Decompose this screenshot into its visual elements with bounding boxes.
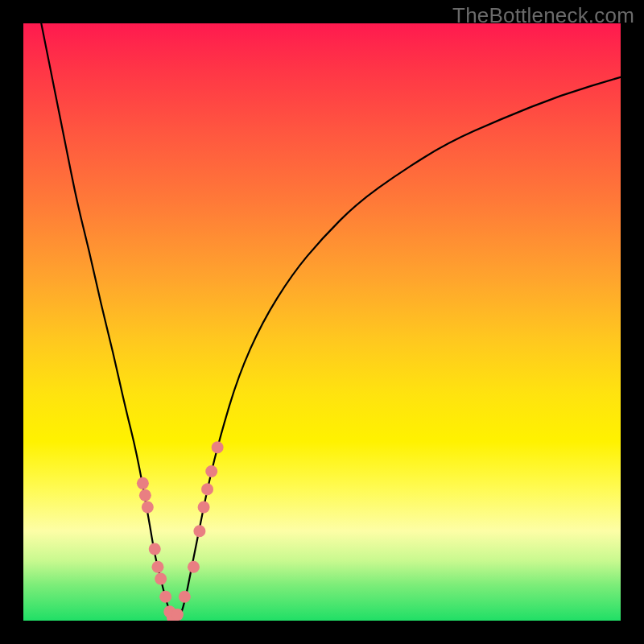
chart-overlay bbox=[23, 23, 621, 621]
marker-point bbox=[198, 502, 210, 514]
watermark-text: TheBottleneck.com bbox=[452, 3, 634, 28]
marker-point bbox=[149, 543, 161, 555]
marker-point bbox=[142, 502, 154, 514]
marker-point bbox=[205, 465, 217, 477]
marker-point bbox=[179, 591, 191, 603]
marker-point bbox=[139, 489, 151, 502]
chart-frame: TheBottleneck.com bbox=[0, 0, 644, 644]
marker-group bbox=[137, 441, 224, 621]
curve-left-branch bbox=[41, 23, 172, 621]
marker-point bbox=[193, 525, 205, 537]
marker-point bbox=[171, 609, 184, 621]
marker-point bbox=[212, 441, 224, 453]
marker-point bbox=[201, 483, 213, 495]
curve-group bbox=[41, 23, 621, 621]
marker-point bbox=[137, 477, 149, 489]
marker-point bbox=[159, 591, 171, 603]
marker-point bbox=[188, 561, 200, 573]
marker-point bbox=[151, 561, 163, 573]
marker-point bbox=[155, 573, 167, 585]
curve-right-branch bbox=[179, 77, 621, 621]
